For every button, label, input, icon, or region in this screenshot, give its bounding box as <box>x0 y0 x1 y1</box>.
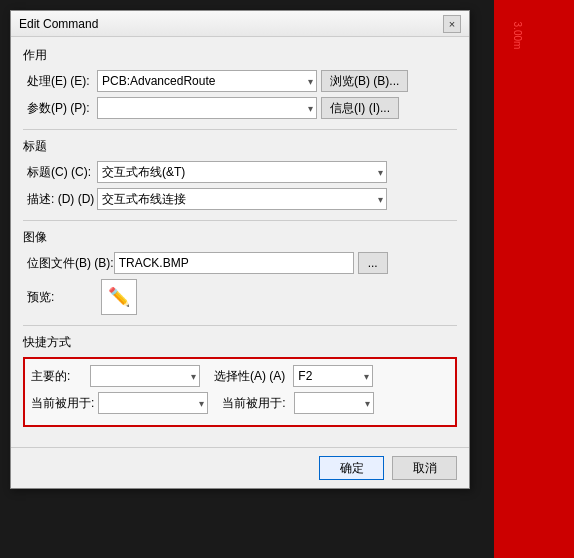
selectivity-select[interactable]: F2 <box>293 365 373 387</box>
image-body: 位图文件(B) (B): ... 预览: ✏️ <box>23 252 457 315</box>
title-section-body: 标题(C) (C): 交互式布线(&T) 描述: (D) (D) 交互式布线连接 <box>23 161 457 210</box>
current-label: 当前被用于: <box>31 395 94 412</box>
selectivity-label: 选择性(A) (A) <box>214 368 285 385</box>
process-row: 处理(E) (E): PCB:AdvancedRoute 浏览(B) (B)..… <box>27 70 457 92</box>
title-section-title: 标题 <box>23 138 457 155</box>
pcb-measure-text: 3.00m <box>513 22 524 50</box>
params-row: 参数(P) (P): 信息(I) (I)... <box>27 97 457 119</box>
current-label2: 当前被用于: <box>222 395 285 412</box>
params-select[interactable] <box>97 97 317 119</box>
dialog-title: Edit Command <box>19 17 98 31</box>
shortcut-highlight: 主要的: 选择性(A) (A) F2 当前被用于: <box>23 357 457 427</box>
separator-3 <box>23 325 457 326</box>
bitmap-input[interactable] <box>114 252 354 274</box>
title-bar: Edit Command × <box>11 11 469 37</box>
dialog-content: 作用 处理(E) (E): PCB:AdvancedRoute 浏览(B) (B… <box>11 37 469 447</box>
cancel-button[interactable]: 取消 <box>392 456 457 480</box>
primary-label: 主要的: <box>31 368 86 385</box>
shortcut-section: 快捷方式 主要的: 选择性(A) (A) F2 <box>23 334 457 427</box>
separator-2 <box>23 220 457 221</box>
browse-button[interactable]: 浏览(B) (B)... <box>321 70 408 92</box>
dialog-footer: 确定 取消 <box>11 447 469 488</box>
label-label: 标题(C) (C): <box>27 164 97 181</box>
action-section: 作用 处理(E) (E): PCB:AdvancedRoute 浏览(B) (B… <box>23 47 457 119</box>
selectivity-select-wrapper: F2 <box>293 365 373 387</box>
close-button[interactable]: × <box>443 15 461 33</box>
preview-label: 预览: <box>27 289 97 306</box>
bitmap-label: 位图文件(B) (B): <box>27 255 114 272</box>
current-row: 当前被用于: 当前被用于: <box>31 392 449 414</box>
preview-box: ✏️ <box>101 279 137 315</box>
process-select-wrapper: PCB:AdvancedRoute <box>97 70 317 92</box>
primary-select[interactable] <box>90 365 200 387</box>
label-row: 标题(C) (C): 交互式布线(&T) <box>27 161 457 183</box>
label-select-wrapper: 交互式布线(&T) <box>97 161 387 183</box>
edit-command-dialog: Edit Command × 作用 处理(E) (E): PCB:Advance… <box>10 10 470 489</box>
preview-row: 预览: ✏️ <box>27 279 457 315</box>
desc-row: 描述: (D) (D) 交互式布线连接 <box>27 188 457 210</box>
label-select[interactable]: 交互式布线(&T) <box>97 161 387 183</box>
process-label: 处理(E) (E): <box>27 73 97 90</box>
current-select-wrapper2 <box>294 392 374 414</box>
edit-icon: ✏️ <box>108 286 130 308</box>
current-select-wrapper <box>98 392 208 414</box>
action-title: 作用 <box>23 47 457 64</box>
title-section: 标题 标题(C) (C): 交互式布线(&T) 描述: (D) (D) 交互式布… <box>23 138 457 210</box>
ok-button[interactable]: 确定 <box>319 456 384 480</box>
image-title: 图像 <box>23 229 457 246</box>
desc-select-wrapper: 交互式布线连接 <box>97 188 387 210</box>
image-section: 图像 位图文件(B) (B): ... 预览: ✏️ <box>23 229 457 315</box>
pcb-red-area <box>494 0 574 558</box>
bitmap-row: 位图文件(B) (B): ... <box>27 252 457 274</box>
desc-select[interactable]: 交互式布线连接 <box>97 188 387 210</box>
primary-row: 主要的: 选择性(A) (A) F2 <box>31 365 449 387</box>
bitmap-browse-button[interactable]: ... <box>358 252 388 274</box>
shortcut-title: 快捷方式 <box>23 334 457 351</box>
params-select-wrapper <box>97 97 317 119</box>
info-button[interactable]: 信息(I) (I)... <box>321 97 399 119</box>
separator-1 <box>23 129 457 130</box>
params-label: 参数(P) (P): <box>27 100 97 117</box>
current-select[interactable] <box>98 392 208 414</box>
desc-label: 描述: (D) (D) <box>27 191 97 208</box>
action-body: 处理(E) (E): PCB:AdvancedRoute 浏览(B) (B)..… <box>23 70 457 119</box>
primary-select-wrapper <box>90 365 200 387</box>
current-select2[interactable] <box>294 392 374 414</box>
process-select[interactable]: PCB:AdvancedRoute <box>97 70 317 92</box>
